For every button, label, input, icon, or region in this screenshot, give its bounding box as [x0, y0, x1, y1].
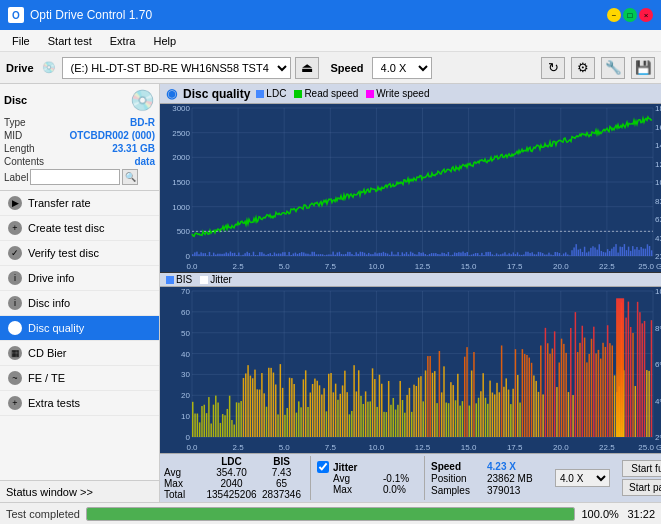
samples-value: 379013 [487, 485, 547, 496]
max-ldc: 2040 [204, 478, 259, 489]
ldc-legend-label: LDC [266, 88, 286, 99]
samples-label: Samples [431, 485, 486, 496]
length-label: Length [4, 143, 35, 154]
start-part-button[interactable]: Start part [622, 479, 661, 496]
write-speed-legend-label: Write speed [376, 88, 429, 99]
nav-drive-info[interactable]: i Drive info [0, 266, 159, 291]
jitter-avg-val: -0.1% [383, 473, 418, 484]
mid-value: OTCBDR002 (000) [69, 130, 155, 141]
menu-help[interactable]: Help [145, 33, 184, 49]
disc-image-icon: 💿 [130, 88, 155, 112]
verify-test-disc-icon: ✓ [8, 246, 22, 260]
maximize-button[interactable]: □ [623, 8, 637, 22]
app-icon: O [8, 7, 24, 23]
sidebar: Disc 💿 Type BD-R MID OTCBDR002 (000) Len… [0, 84, 160, 502]
position-value: 23862 MB [487, 473, 547, 484]
type-value: BD-R [130, 117, 155, 128]
minimize-button[interactable]: − [607, 8, 621, 22]
avg-bis: 7.43 [259, 467, 304, 478]
nav-cd-bier[interactable]: ▦ CD Bier [0, 341, 159, 366]
bis-legend-dot [166, 276, 174, 284]
content-area: ◉ Disc quality LDC Read speed Write spee… [160, 84, 661, 502]
mid-label: MID [4, 130, 22, 141]
ldc-bis-stats: LDC BIS Avg 354.70 7.43 Max 2040 65 Tota… [164, 456, 304, 500]
cd-bier-icon: ▦ [8, 346, 22, 360]
avg-ldc: 354.70 [204, 467, 259, 478]
nav-items: ▶ Transfer rate + Create test disc ✓ Ver… [0, 191, 159, 480]
nav-fe-te[interactable]: ~ FE / TE [0, 366, 159, 391]
drive-select[interactable]: (E:) HL-DT-ST BD-RE WH16NS58 TST4 [62, 57, 291, 79]
disc-title: Disc [4, 94, 27, 106]
jitter-stats: Jitter Avg -0.1% Max 0.0% [317, 461, 418, 495]
tools-button[interactable]: 🔧 [601, 57, 625, 79]
bis-header: BIS [259, 456, 304, 467]
progress-bar-area: Test completed 100.0% 31:22 [0, 502, 661, 524]
speed-label: Speed [331, 62, 364, 74]
jitter-legend-dot [200, 276, 208, 284]
menu-file[interactable]: File [4, 33, 38, 49]
status-window-button[interactable]: Status window >> [0, 480, 159, 502]
toolbar: Drive 💿 (E:) HL-DT-ST BD-RE WH16NS58 TST… [0, 52, 661, 84]
jitter-avg-label: Avg [333, 473, 383, 484]
content-icon: ◉ [166, 86, 177, 101]
drive-label: Drive [6, 62, 34, 74]
menu-extra[interactable]: Extra [102, 33, 144, 49]
total-bis: 2837346 [259, 489, 304, 500]
nav-verify-test-disc[interactable]: ✓ Verify test disc [0, 241, 159, 266]
settings-button[interactable]: ⚙ [571, 57, 595, 79]
save-button[interactable]: 💾 [631, 57, 655, 79]
nav-disc-quality[interactable]: ★ Disc quality [0, 316, 159, 341]
nav-transfer-rate[interactable]: ▶ Transfer rate [0, 191, 159, 216]
stats-divider-2 [424, 456, 425, 500]
disc-quality-icon: ★ [8, 321, 22, 335]
disc-section: Disc 💿 Type BD-R MID OTCBDR002 (000) Len… [0, 84, 159, 191]
total-label: Total [164, 489, 204, 500]
bottom-chart-header: BIS Jitter [160, 273, 661, 287]
jitter-legend-label: Jitter [210, 274, 232, 285]
nav-disc-info[interactable]: i Disc info [0, 291, 159, 316]
max-bis: 65 [259, 478, 304, 489]
extra-tests-icon: + [8, 396, 22, 410]
nav-create-test-disc[interactable]: + Create test disc [0, 216, 159, 241]
start-buttons: Start full Start part [622, 460, 661, 496]
title-bar: O Opti Drive Control 1.70 − □ × [0, 0, 661, 30]
type-label: Type [4, 117, 26, 128]
jitter-checkbox[interactable] [317, 461, 329, 473]
max-label: Max [164, 478, 204, 489]
read-speed-legend-dot [294, 90, 302, 98]
bottom-chart [160, 287, 661, 453]
menu-start-test[interactable]: Start test [40, 33, 100, 49]
speed-select[interactable]: 4.0 X [372, 57, 432, 79]
ldc-legend-dot [256, 90, 264, 98]
nav-extra-tests[interactable]: + Extra tests [0, 391, 159, 416]
speed-header: Speed [431, 461, 486, 472]
speed-position-stats: Speed 4.23 X Position 23862 MB Samples 3… [431, 461, 547, 496]
content-header: ◉ Disc quality LDC Read speed Write spee… [160, 84, 661, 104]
refresh-button[interactable]: ↻ [541, 57, 565, 79]
close-button[interactable]: × [639, 8, 653, 22]
content-title: Disc quality [183, 87, 250, 101]
label-search-button[interactable]: 🔍 [122, 169, 138, 185]
contents-label: Contents [4, 156, 44, 167]
progress-bar-fill [87, 508, 574, 520]
speed-select-wrapper: 4.0 X [555, 469, 610, 487]
app-title: Opti Drive Control 1.70 [30, 8, 152, 22]
start-full-button[interactable]: Start full [622, 460, 661, 477]
label-input[interactable] [30, 169, 120, 185]
top-chart [160, 104, 661, 273]
jitter-max-label: Max [333, 484, 383, 495]
ldc-header: LDC [204, 456, 259, 467]
label-label: Label [4, 172, 28, 183]
chart-area: BIS Jitter [160, 104, 661, 453]
stats-divider-1 [310, 456, 311, 500]
status-text: Test completed [6, 508, 80, 520]
avg-label: Avg [164, 467, 204, 478]
jitter-max-val: 0.0% [383, 484, 418, 495]
progress-bar [86, 507, 575, 521]
elapsed-time: 31:22 [627, 508, 655, 520]
length-value: 23.31 GB [112, 143, 155, 154]
stats-speed-select[interactable]: 4.0 X [555, 469, 610, 487]
speed-value: 4.23 X [487, 461, 547, 472]
eject-button[interactable]: ⏏ [295, 57, 319, 79]
fe-te-icon: ~ [8, 371, 22, 385]
